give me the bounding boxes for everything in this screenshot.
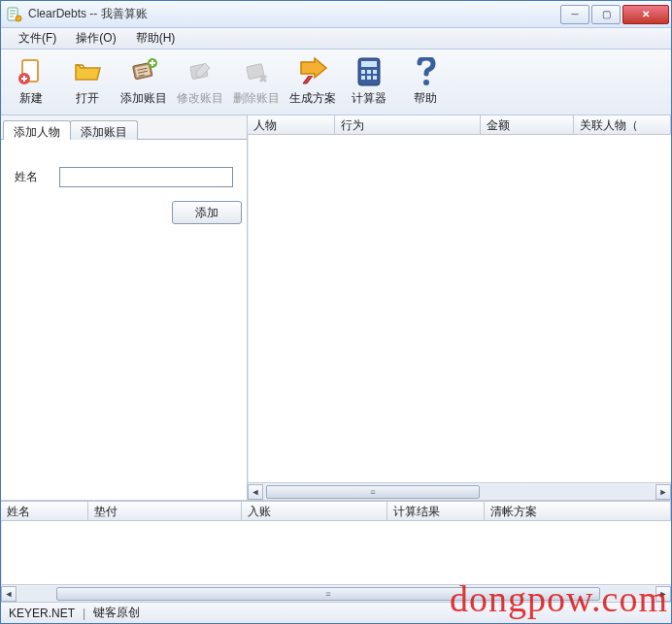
add-button[interactable]: 添加	[172, 201, 242, 224]
bottom-grid-body[interactable]	[1, 521, 671, 584]
bottom-grid: 姓名 垫付 入账 计算结果 清帐方案 ◄ ►	[1, 501, 671, 602]
right-grid-body[interactable]	[248, 135, 671, 482]
toolbar: 新建 打开	[1, 49, 671, 115]
tab-add-person[interactable]: 添加人物	[3, 120, 71, 140]
statusbar: KEYER.NET | 键客原创	[1, 602, 671, 623]
svg-point-17	[423, 80, 429, 85]
help-icon	[409, 55, 442, 88]
right-grid-header: 人物 行为 金额 关联人物（	[248, 115, 671, 135]
tool-open-label: 打开	[76, 90, 99, 107]
generate-plan-icon	[296, 55, 329, 88]
tool-generate-plan[interactable]: 生成方案	[286, 52, 340, 112]
add-entry-icon	[127, 55, 160, 88]
app-icon	[7, 7, 22, 22]
svg-rect-15	[367, 76, 371, 80]
minimize-button[interactable]: ─	[560, 5, 589, 24]
scroll-thumb[interactable]	[56, 587, 600, 601]
tool-calculator-label: 计算器	[352, 90, 386, 107]
svg-rect-13	[373, 70, 377, 74]
edit-entry-icon	[184, 55, 217, 88]
status-site: KEYER.NET	[9, 607, 75, 620]
bcol-income[interactable]: 入账	[242, 502, 387, 520]
menu-file[interactable]: 文件(F)	[9, 27, 66, 49]
maximize-button[interactable]: ▢	[591, 5, 621, 24]
tool-calculator[interactable]: 计算器	[342, 52, 396, 112]
col-action[interactable]: 行为	[335, 115, 481, 134]
status-separator: |	[83, 607, 85, 620]
tool-open[interactable]: 打开	[60, 52, 115, 112]
menubar: 文件(F) 操作(O) 帮助(H)	[1, 28, 671, 49]
svg-rect-11	[361, 70, 365, 74]
scroll-left-icon[interactable]: ◄	[248, 484, 263, 500]
tool-help-label: 帮助	[414, 90, 437, 107]
bottom-scrollbar[interactable]: ◄ ►	[1, 584, 671, 602]
name-label: 姓名	[15, 169, 59, 185]
open-folder-icon	[71, 55, 104, 88]
status-credit: 键客原创	[93, 605, 140, 621]
tool-new[interactable]: 新建	[4, 52, 58, 112]
svg-rect-10	[361, 61, 377, 67]
scroll-left-icon[interactable]: ◄	[1, 586, 17, 602]
col-related[interactable]: 关联人物（	[574, 115, 671, 134]
svg-rect-12	[367, 70, 371, 74]
window-controls: ─ ▢ ✕	[560, 5, 671, 24]
svg-rect-16	[373, 76, 377, 80]
bcol-result[interactable]: 计算结果	[387, 502, 485, 520]
tool-help[interactable]: 帮助	[398, 52, 453, 112]
tool-add-entry[interactable]: 添加账目	[117, 52, 171, 112]
name-row: 姓名	[15, 167, 233, 187]
col-person[interactable]: 人物	[248, 115, 335, 134]
new-file-icon	[15, 55, 48, 88]
bcol-advance[interactable]: 垫付	[88, 502, 242, 520]
scroll-right-icon[interactable]: ►	[655, 484, 671, 500]
close-button[interactable]: ✕	[622, 5, 669, 24]
scroll-thumb[interactable]	[266, 485, 480, 499]
left-pane: 添加人物 添加账目 姓名 添加	[1, 115, 248, 500]
calculator-icon	[353, 55, 386, 88]
app-window: ClearDebts -- 我善算账 ─ ▢ ✕ 文件(F) 操作(O) 帮助(…	[0, 0, 672, 624]
tool-new-label: 新建	[19, 90, 43, 107]
right-pane: 人物 行为 金额 关联人物（ ◄ ►	[248, 115, 671, 500]
col-amount[interactable]: 金额	[481, 115, 574, 134]
tool-edit-entry: 修改账目	[173, 52, 227, 112]
scroll-track[interactable]	[17, 586, 655, 602]
scroll-right-icon[interactable]: ►	[655, 586, 671, 602]
svg-point-1	[16, 16, 21, 21]
tab-strip: 添加人物 添加账目	[1, 115, 247, 139]
name-input[interactable]	[59, 167, 233, 187]
window-title: ClearDebts -- 我善算账	[28, 6, 148, 22]
tool-add-entry-label: 添加账目	[120, 90, 167, 107]
tool-edit-entry-label: 修改账目	[177, 90, 223, 107]
scroll-track[interactable]	[264, 484, 655, 500]
tool-generate-plan-label: 生成方案	[289, 90, 336, 107]
svg-rect-14	[361, 76, 365, 80]
tab-add-entry[interactable]: 添加账目	[70, 120, 138, 140]
tool-delete-entry: 删除账目	[229, 52, 284, 112]
bcol-name[interactable]: 姓名	[1, 502, 88, 520]
bcol-plan[interactable]: 清帐方案	[485, 502, 671, 520]
right-scrollbar[interactable]: ◄ ►	[248, 482, 671, 500]
tab-body: 姓名 添加	[1, 139, 247, 500]
content-area: 添加人物 添加账目 姓名 添加 人物 行为 金额 关联人物（ ◄	[1, 115, 671, 501]
bottom-grid-header: 姓名 垫付 入账 计算结果 清帐方案	[1, 502, 671, 521]
titlebar: ClearDebts -- 我善算账 ─ ▢ ✕	[1, 1, 671, 28]
menu-operate[interactable]: 操作(O)	[66, 27, 125, 49]
delete-entry-icon	[240, 55, 273, 88]
tool-delete-entry-label: 删除账目	[233, 90, 280, 107]
menu-help[interactable]: 帮助(H)	[126, 27, 185, 49]
